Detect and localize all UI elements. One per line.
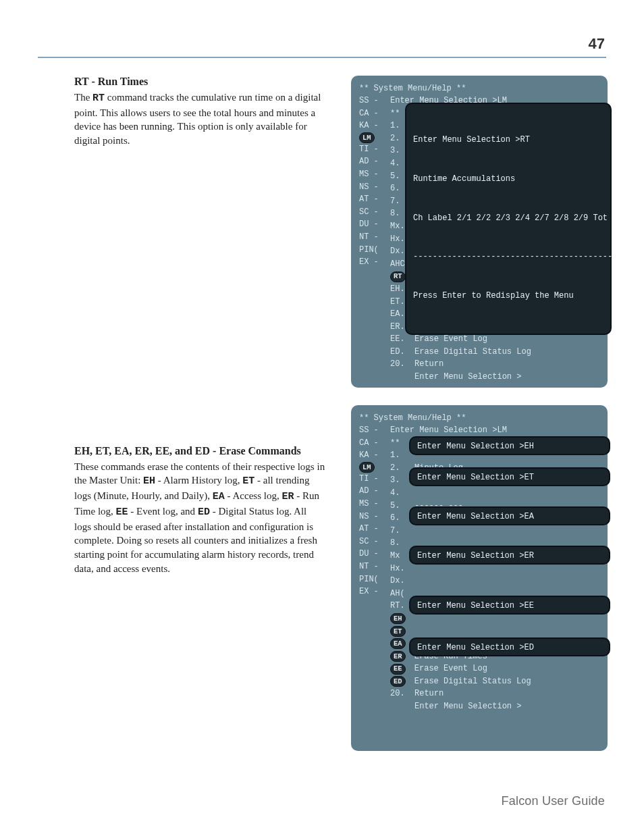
menu-code-bubble: ED [390,676,406,687]
terminal-sidecodes: SS -CA -KA -LMTI -AD -MS -NS -AT -SC -DU… [359,424,379,598]
sidecode: TI - [359,473,379,486]
sidecode: MS - [359,168,379,181]
menu-line: Dx. [390,575,599,588]
menu-line: ED Erase Digital Status Log [390,675,599,688]
menu-line: 20. Return [390,687,599,700]
menu-line: 4. [390,487,599,500]
terminal-title: ** System Menu/Help ** [359,82,599,95]
sidecode: PIN( [359,244,379,257]
menu-text: Erase Digital Status Log [410,675,531,688]
terminal-popup-rt: Enter Menu Selection >RT Runtime Accumul… [405,103,612,335]
left-column: RT - Run Times The RT command tracks the… [74,76,325,596]
terminal-title: ** System Menu/Help ** [359,412,599,425]
section-rt-heading: RT - Run Times [74,76,325,88]
header-rule [38,57,606,58]
sidecode: EX - [359,256,379,269]
menu-code-bubble: ER [390,651,406,662]
code-ee: EE [116,506,128,518]
sidecode: TI - [359,143,379,156]
popup-line: Enter Menu Selection >RT [413,134,603,147]
menu-line: Enter Menu Selection > [390,700,599,713]
sidecode: SS - [359,95,379,107]
menu-line: 7. [390,525,599,538]
popup-line: ----------------------------------------… [413,251,603,263]
page: 47 RT - Run Times The RT command tracks … [0,0,644,834]
sidecode-selected: LM [359,132,375,143]
sidecode: EX - [359,585,379,598]
terminal-rt: ** System Menu/Help ** SS -CA -KA -LMTI … [351,76,608,388]
sidecode-selected: LM [359,462,375,473]
terminal-popup-erase: Enter Menu Selection >EE [409,596,610,615]
terminal-popup-erase: Enter Menu Selection >ED [409,637,610,656]
sidecode: CA - [359,107,379,120]
sidecode: KA - [359,449,379,462]
section-erase: EH, ET, EA, ER, EE, and ED - Erase Comma… [74,445,325,576]
menu-code-bubble: EH [390,613,406,624]
sidecode: NT - [359,231,379,244]
sidecode: NT - [359,561,379,573]
sidecode: SC - [359,206,379,219]
sidecode: NS - [359,511,379,523]
sidecode: AT - [359,193,379,206]
sidecode: CA - [359,437,379,450]
menu-line: EE Erase Event Log [390,662,599,675]
menu-code-bubble: EE [390,664,406,675]
section-erase-heading: EH, ET, EA, ER, EE, and ED - Erase Comma… [74,445,325,457]
sidecode: LM [359,132,379,143]
sidecode: DU - [359,218,379,231]
code-rt: RT [92,93,105,104]
sidecode: SS - [359,424,379,437]
popup-line: Runtime Accumulations [413,173,603,186]
terminal-popup-erase: Enter Menu Selection >EH [409,436,610,455]
terminal-prompt: Enter Menu Selection >LM [390,424,599,437]
sidecode: KA - [359,120,379,132]
sidecode: MS - [359,498,379,511]
sidecode: LM [359,462,379,473]
menu-line: 20. Return [390,358,599,371]
section-rt: RT - Run Times The RT command tracks the… [74,76,325,148]
sidecode: AD - [359,485,379,498]
menu-code-bubble: RT [390,271,406,282]
popup-line: Press Enter to Redisplay the Menu [413,290,603,303]
section-rt-body: The RT command tracks the cumulative run… [74,90,325,148]
code-er: ER [281,491,294,502]
sidecode: SC - [359,536,379,548]
code-ed: ED [198,506,210,518]
footer-text: Falcon User Guide [502,794,605,808]
sidecode: AT - [359,523,379,536]
sidecode: AD - [359,155,379,168]
terminal-popup-erase: Enter Menu Selection >ET [409,467,610,486]
terminal-sidecodes: SS -CA -KA -LMTI -AD -MS -NS -AT -SC -DU… [359,95,379,269]
menu-line: ED. Erase Digital Status Log [390,346,599,359]
menu-text: Erase Event Log [410,662,487,675]
menu-code-bubble: EA [390,638,406,649]
section-erase-body: These commands erase the contents of the… [74,460,325,576]
menu-text [410,625,414,638]
menu-line: ET [390,625,599,638]
code-ea: EA [213,491,225,502]
menu-line: EE. Erase Event Log [390,333,599,346]
code-et: ET [242,475,254,487]
menu-code-bubble: ET [390,626,406,637]
code-eh: EH [143,475,155,487]
menu-line: Enter Menu Selection > [390,371,599,384]
sidecode: NS - [359,181,379,194]
sidecode: PIN( [359,573,379,586]
page-number: 47 [589,35,605,53]
terminal-popup-erase: Enter Menu Selection >ER [409,546,610,565]
terminal-erase: ** System Menu/Help ** SS -CA -KA -LMTI … [351,405,608,751]
terminal-popup-erase: Enter Menu Selection >EA [409,506,610,525]
sidecode: DU - [359,548,379,561]
popup-line: Ch Label 2/1 2/2 2/3 2/4 2/7 2/8 2/9 Tot [413,212,603,225]
